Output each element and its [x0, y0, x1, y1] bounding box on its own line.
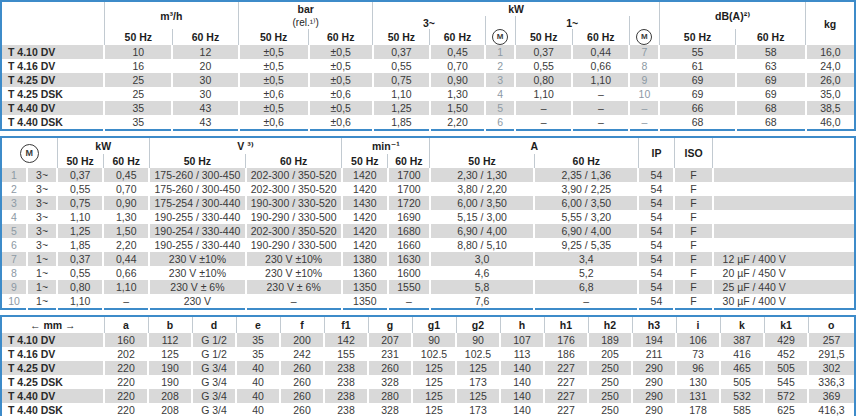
table-cell: –	[388, 294, 430, 309]
table-cell: G 3/4	[192, 361, 236, 375]
table-cell: 227	[544, 403, 588, 416]
table-cell: 3,80 / 2,20	[430, 182, 534, 196]
table-cell: 0,80	[515, 73, 572, 87]
header-ip: IP	[638, 137, 674, 168]
table-cell: 257	[808, 333, 855, 347]
table-cell: 125	[456, 361, 500, 375]
header-50hz: 50 Hz	[342, 154, 388, 168]
table-cell: 505	[764, 361, 808, 375]
table-cell: 260	[368, 361, 412, 375]
table-cell: 260	[280, 389, 324, 403]
table-cell: 208	[148, 403, 192, 416]
table-cell: 1380	[342, 252, 388, 266]
table-cell: 3,90 / 2,25	[534, 182, 638, 196]
table-cell: 250	[588, 403, 632, 416]
header-60hz: 60 Hz	[388, 154, 430, 168]
table-cell: 465	[720, 361, 764, 375]
dim-col-header: h	[500, 316, 544, 333]
header-bar-note: (rel.¹⁾)	[239, 16, 373, 29]
table-cell: ±0,6	[309, 87, 373, 101]
table-cell: 1~	[27, 294, 57, 309]
table-cell: 1420	[342, 238, 388, 252]
table-cell: 5,2	[534, 266, 638, 280]
table-cell: 2	[485, 59, 515, 73]
table-cell: 1	[1, 168, 27, 182]
table-cell: 35	[236, 333, 280, 347]
table-cell: 227	[544, 361, 588, 375]
table-cell: 54	[638, 238, 674, 252]
table-cell: 1~	[27, 252, 57, 266]
table-cell: 175-254 / 300-440	[149, 196, 245, 210]
table-cell: 25	[104, 73, 172, 87]
table-cell: 200	[280, 333, 324, 347]
table-cell: 0,90	[430, 73, 485, 87]
table-cell: 1,10	[515, 87, 572, 101]
header-50hz: 50 Hz	[57, 154, 103, 168]
dim-col-header: g1	[412, 316, 456, 333]
table-cell: 131	[676, 389, 720, 403]
table-cell: 1,85	[57, 238, 103, 252]
table-cell: 5,55 / 3,20	[534, 210, 638, 224]
table-cell: 35	[236, 347, 280, 361]
table-cell: 1600	[388, 266, 430, 280]
table-cell: 106	[676, 333, 720, 347]
table-cell: 250	[588, 389, 632, 403]
table-cell: 227	[544, 389, 588, 403]
table-cell: 155	[324, 347, 368, 361]
motor-symbol-icon: M	[636, 29, 652, 45]
table-cell: 61	[659, 59, 735, 73]
table-cell: F	[674, 252, 712, 266]
table-cell: 1350	[342, 294, 388, 309]
table-cell: 175-260 / 300-450	[149, 168, 245, 182]
table-cell: 6,90 / 4,00	[534, 224, 638, 238]
table-cell: 54	[638, 224, 674, 238]
table-cell: T 4.10 DV	[1, 333, 104, 347]
header-mm-unit: ← mm →	[1, 316, 104, 333]
table-cell: 1720	[388, 196, 430, 210]
header-50hz: 50 Hz	[430, 154, 534, 168]
dim-col-header: i	[676, 316, 720, 333]
table-cell: 12	[172, 45, 238, 59]
table-cell: 260	[280, 361, 324, 375]
table-cell: –	[515, 101, 572, 115]
table-cell: 3~	[27, 182, 57, 196]
table-cell: 202	[104, 347, 148, 361]
table-cell: 43	[172, 101, 238, 115]
table-cell: 1,10	[103, 280, 149, 294]
table-cell: 190-290 / 330-500	[246, 238, 342, 252]
table-cell: 0,37	[57, 168, 103, 182]
table-cell: 1430	[342, 196, 388, 210]
motor-ref-header: M	[1, 137, 57, 168]
table-cell: 1,10	[572, 73, 629, 87]
table-row: 91~0,801,10230 V ± 6%230 V ± 6%135015505…	[1, 280, 855, 294]
table-cell: 1,30	[103, 210, 149, 224]
table-cell: 160	[104, 333, 148, 347]
dim-col-header: f1	[324, 316, 368, 333]
table-cell: 1420	[342, 168, 388, 182]
dim-col-header: o	[808, 316, 855, 333]
table-cell: 227	[544, 375, 588, 389]
table-cell: F	[674, 196, 712, 210]
table-cell: –	[103, 294, 149, 309]
table-cell: 2	[1, 182, 27, 196]
table-row: T 4.25 DSK220190G 3/44026023832812517314…	[1, 375, 855, 389]
table-cell: 1,10	[373, 87, 430, 101]
table-cell: 452	[764, 347, 808, 361]
table-cell: 69	[736, 87, 806, 101]
table-cell: 0,55	[515, 59, 572, 73]
header-50hz: 50 Hz	[149, 154, 245, 168]
table-cell: 40	[236, 361, 280, 375]
table-cell: 1680	[388, 224, 430, 238]
table-cell: 20 µF / 450 V	[713, 266, 855, 280]
table-cell: 40	[236, 403, 280, 416]
table-cell: 1420	[342, 210, 388, 224]
table-cell: 302	[808, 361, 855, 375]
table-cell: 68	[736, 101, 806, 115]
table-cell: 1420	[342, 182, 388, 196]
table-cell: 250	[588, 361, 632, 375]
motor-ref-header: M	[629, 29, 659, 45]
table-cell: 96	[676, 361, 720, 375]
table-cell: 1,10	[57, 294, 103, 309]
table-cell: 585	[720, 403, 764, 416]
header-kg: kg	[806, 1, 855, 45]
